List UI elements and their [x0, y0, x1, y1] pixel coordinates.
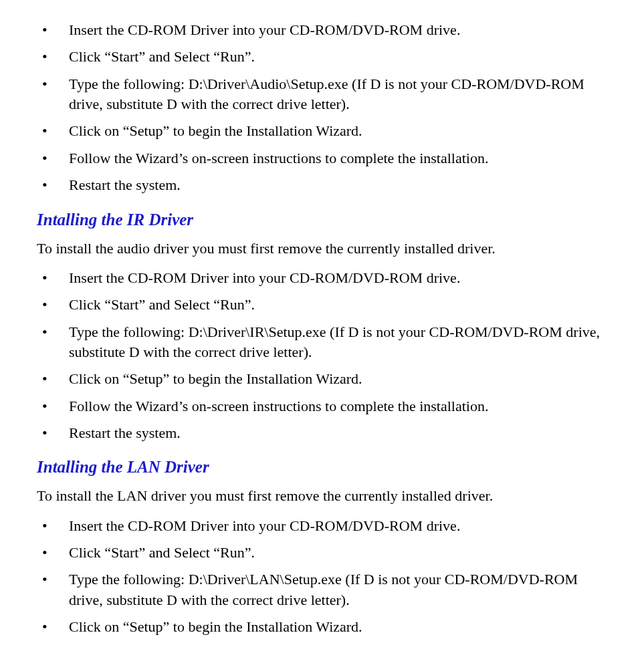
list-item: Insert the CD-ROM Driver into your CD-RO… — [37, 268, 607, 288]
list-item: Click on “Setup” to begin the Installati… — [37, 369, 607, 389]
bullet-list-audio: Insert the CD-ROM Driver into your CD-RO… — [37, 20, 607, 196]
section-intro-ir: To install the audio driver you must fir… — [37, 239, 607, 259]
section-heading-lan: Intalling the LAN Driver — [37, 458, 607, 477]
list-item: Click on “Setup” to begin the Installati… — [37, 617, 607, 637]
list-item: Restart the system. — [37, 423, 607, 443]
list-item: Follow the Wizard’s on-screen instructio… — [37, 148, 607, 168]
list-item: Type the following: D:\Driver\Audio\Setu… — [37, 74, 607, 115]
list-item: Type the following: D:\Driver\IR\Setup.e… — [37, 322, 607, 363]
list-item: Click on “Setup” to begin the Installati… — [37, 121, 607, 141]
list-item: Follow the Wizard’s on-screen instructio… — [37, 644, 607, 649]
list-item: Restart the system. — [37, 175, 607, 195]
list-item: Click “Start” and Select “Run”. — [37, 47, 607, 67]
list-item: Insert the CD-ROM Driver into your CD-RO… — [37, 20, 607, 40]
document-page: Insert the CD-ROM Driver into your CD-RO… — [0, 0, 644, 649]
section-heading-ir: Intalling the IR Driver — [37, 211, 607, 229]
list-item: Insert the CD-ROM Driver into your CD-RO… — [37, 516, 607, 536]
list-item: Click “Start” and Select “Run”. — [37, 295, 607, 315]
page-content: Insert the CD-ROM Driver into your CD-RO… — [37, 20, 607, 649]
list-item: Type the following: D:\Driver\LAN\Setup.… — [37, 569, 607, 610]
bullet-list-ir: Insert the CD-ROM Driver into your CD-RO… — [37, 268, 607, 444]
list-item: Follow the Wizard’s on-screen instructio… — [37, 396, 607, 416]
section-intro-lan: To install the LAN driver you must first… — [37, 486, 607, 506]
list-item: Click “Start” and Select “Run”. — [37, 543, 607, 563]
bullet-list-lan: Insert the CD-ROM Driver into your CD-RO… — [37, 516, 607, 649]
